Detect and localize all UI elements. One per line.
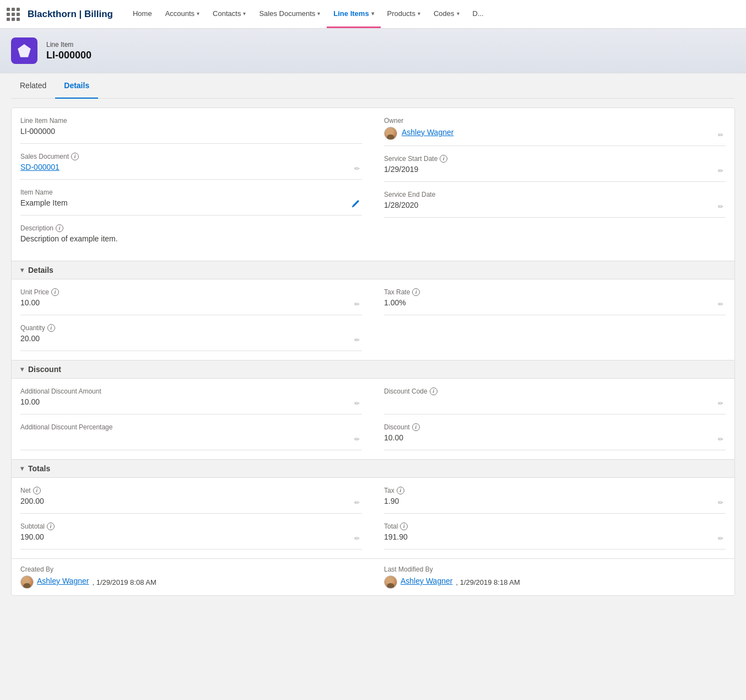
details-fields-row: Unit Price i 10.00 ✏ Quantity i 20.00 [20,288,726,360]
field-service-end-date: Service End Date 1/28/2020 ✏ [384,191,726,218]
info-icon-sales-document[interactable]: i [71,153,79,160]
details-card: Line Item Name LI-000000 Sales Document … [11,107,735,596]
nav-item-contacts[interactable]: Contacts ▾ [206,0,252,28]
footer-modified-by: Last Modified By Ashley Wagner , 1/29/20… [384,566,726,589]
edit-icon-service-start-date[interactable]: ✏ [718,167,723,175]
field-label-additional-discount-amount: Additional Discount Amount [20,387,362,395]
field-value-description: Description of example item. [20,234,362,245]
edit-icon-tax[interactable]: ✏ [718,499,723,507]
info-icon-quantity[interactable]: i [47,324,55,332]
field-value-net: 200.00 [20,497,362,508]
nav-item-codes[interactable]: Codes ▾ [427,0,466,28]
field-label-tax-rate: Tax Rate i [384,288,726,296]
field-line-item-name: Line Item Name LI-000000 [20,117,362,144]
field-label-sales-document: Sales Document i [20,153,362,160]
edit-button-item-name[interactable] [351,200,360,211]
field-value-line-item-name: LI-000000 [20,127,362,138]
field-total: Total i 191.90 ✏ [384,523,726,550]
edit-icon-owner[interactable]: ✏ [718,131,723,139]
owner-avatar [384,127,397,140]
totals-fields: Net i 200.00 ✏ Subtotal i 190.00 [12,478,734,558]
created-by-date: , 1/29/2019 8:08 AM [92,578,156,586]
field-discount: Discount i 10.00 ✏ [384,423,726,450]
discount-right-column: Discount Code i ✏ Discount i 10.00 [384,387,726,459]
nav-item-line-items[interactable]: Line Items ▾ [327,0,380,28]
edit-icon-net[interactable]: ✏ [354,499,360,507]
edit-icon-sales-document[interactable]: ✏ [354,165,360,173]
field-value-additional-discount-amount: 10.00 [20,397,362,408]
field-quantity: Quantity i 20.00 ✏ [20,324,362,351]
tab-related[interactable]: Related [11,73,55,99]
edit-icon-additional-discount-percentage[interactable]: ✏ [354,435,360,443]
field-value-unit-price: 10.00 [20,298,362,309]
field-owner: Owner Ashley Wagner ✏ [384,117,726,146]
details-right-column: Tax Rate i 1.00% ✏ [384,288,726,360]
chevron-down-icon-discount: ▾ [20,365,24,373]
record-type-label: Line Item [46,41,91,49]
diamond-icon [17,43,32,58]
right-column: Owner Ashley Wagner ✏ [384,117,726,261]
info-icon-description[interactable]: i [56,224,63,232]
field-label-item-name: Item Name [20,189,362,196]
edit-icon-service-end-date[interactable]: ✏ [718,203,723,211]
nav-item-home[interactable]: Home [126,0,159,28]
info-icon-discount-code[interactable]: i [430,387,437,395]
field-value-additional-discount-percentage [20,433,362,444]
info-icon-total[interactable]: i [400,523,408,530]
section-header-discount[interactable]: ▾ Discount [12,360,734,379]
field-label-description: Description i [20,224,362,232]
field-value-owner[interactable]: Ashley Wagner [402,128,453,139]
field-label-line-item-name: Line Item Name [20,117,362,125]
nav-item-accounts[interactable]: Accounts ▾ [159,0,206,28]
tabs: Related Details [11,73,735,99]
tab-details[interactable]: Details [55,73,98,99]
edit-icon-quantity[interactable]: ✏ [354,336,360,344]
top-fields: Line Item Name LI-000000 Sales Document … [12,108,734,261]
info-icon-subtotal[interactable]: i [47,523,55,530]
edit-icon-discount-code[interactable]: ✏ [718,400,723,407]
left-column: Line Item Name LI-000000 Sales Document … [20,117,362,261]
chevron-down-icon-details: ▾ [20,266,24,274]
edit-icon-tax-rate[interactable]: ✏ [718,300,723,308]
created-by-name[interactable]: Ashley Wagner [37,577,89,588]
modified-by-name[interactable]: Ashley Wagner [401,577,452,588]
edit-icon-unit-price[interactable]: ✏ [354,300,360,308]
edit-icon-subtotal[interactable]: ✏ [354,535,360,542]
field-net: Net i 200.00 ✏ [20,487,362,514]
field-value-sales-document[interactable]: SD-000001 [20,163,362,174]
field-subtotal: Subtotal i 190.00 ✏ [20,523,362,550]
field-value-subtotal: 190.00 [20,532,362,543]
info-icon-unit-price[interactable]: i [51,288,59,296]
field-label-discount: Discount i [384,423,726,431]
edit-icon-additional-discount-amount[interactable]: ✏ [354,400,360,407]
edit-icon-discount[interactable]: ✏ [718,435,723,443]
field-label-tax: Tax i [384,487,726,494]
section-header-totals[interactable]: ▾ Totals [12,459,734,478]
discount-fields: Additional Discount Amount 10.00 ✏ Addit… [12,379,734,459]
field-value-discount-code [384,397,726,408]
nav-item-more[interactable]: D... [466,0,490,28]
totals-left-column: Net i 200.00 ✏ Subtotal i 190.00 [20,487,362,558]
info-icon-tax[interactable]: i [397,487,404,494]
nav-item-products[interactable]: Products ▾ [381,0,427,28]
nav-items: Home Accounts ▾ Contacts ▾ Sales Documen… [126,0,739,28]
info-icon-service-start-date[interactable]: i [440,155,447,163]
chevron-down-icon: ▾ [371,10,374,17]
field-value-service-end-date: 1/28/2020 [384,201,726,212]
record-header: Line Item LI-000000 [0,29,746,73]
nav-brand: Blackthorn | Billing [28,9,113,20]
nav-item-sales-documents[interactable]: Sales Documents ▾ [252,0,327,28]
field-label-quantity: Quantity i [20,324,362,332]
info-icon-tax-rate[interactable]: i [412,288,420,296]
section-header-details[interactable]: ▾ Details [12,261,734,279]
footer-value-modified-by: Ashley Wagner , 1/29/2019 8:18 AM [384,575,726,589]
footer-label-created-by: Created By [20,566,362,573]
info-icon-net[interactable]: i [33,487,41,494]
info-icon-discount[interactable]: i [412,423,420,431]
edit-icon-total[interactable]: ✏ [718,535,723,542]
chevron-down-icon: ▾ [197,10,199,17]
field-unit-price: Unit Price i 10.00 ✏ [20,288,362,315]
field-value-tax: 1.90 [384,497,726,508]
field-additional-discount-percentage: Additional Discount Percentage ✏ [20,423,362,450]
app-launcher-icon[interactable] [7,8,20,21]
